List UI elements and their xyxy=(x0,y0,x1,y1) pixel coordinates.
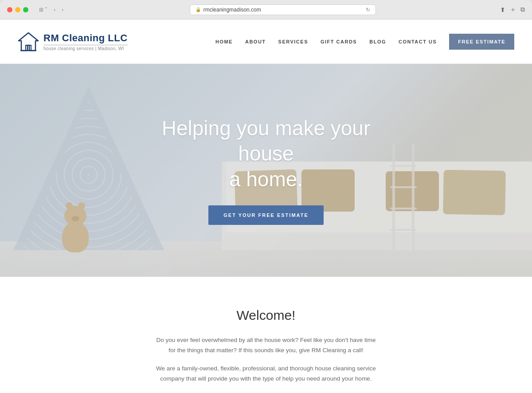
traffic-lights xyxy=(7,7,28,12)
hero-headline: Helping you make your house a home. xyxy=(142,116,390,193)
nav-gift-cards[interactable]: GIFT CARDS xyxy=(321,39,357,44)
welcome-para-2: We are a family-owned, flexible, profess… xyxy=(155,364,377,384)
lock-icon: 🔒 xyxy=(196,7,201,12)
logo-icon xyxy=(18,32,39,51)
new-tab-button[interactable]: ＋ xyxy=(510,6,516,14)
nav-services[interactable]: SERVICES xyxy=(278,39,308,44)
site-header: RM Cleaning LLC house cleaning services … xyxy=(0,20,532,64)
hero-headline-line1: Helping you make your house xyxy=(162,117,370,165)
forward-button[interactable]: › xyxy=(60,6,65,14)
share-button[interactable]: ⬆ xyxy=(500,6,505,13)
welcome-para-1: Do you ever feel overwhelmed by all the … xyxy=(155,335,377,356)
address-bar[interactable]: 🔒 rmcleaningmadison.com ↻ xyxy=(190,4,376,15)
nav-about[interactable]: ABOUT xyxy=(245,39,266,44)
svg-marker-0 xyxy=(19,33,38,51)
browser-window: ⊞ ˅ ‹ › 🔒 rmcleaningmadison.com ↻ ⬆ ＋ ⧉ xyxy=(0,0,532,393)
nav-blog[interactable]: BLOG xyxy=(369,39,386,44)
browser-titlebar: ⊞ ˅ ‹ › 🔒 rmcleaningmadison.com ↻ ⬆ ＋ ⧉ xyxy=(0,0,532,20)
minimize-button[interactable] xyxy=(15,7,20,12)
nav-contact[interactable]: CONTACT US xyxy=(399,39,437,44)
main-nav: HOME ABOUT SERVICES GIFT CARDS BLOG CONT… xyxy=(215,34,514,50)
refresh-icon[interactable]: ↻ xyxy=(366,7,370,13)
back-button[interactable]: ‹ xyxy=(52,6,57,14)
browser-actions: ⬆ ＋ ⧉ xyxy=(500,6,525,14)
tabs-button[interactable]: ⧉ xyxy=(520,6,525,13)
header-free-estimate-button[interactable]: FREE ESTIMATE xyxy=(449,34,514,50)
website-content: RM Cleaning LLC house cleaning services … xyxy=(0,20,532,393)
logo-subtitle: house cleaning services | Madison, WI xyxy=(43,45,128,51)
address-bar-container: 🔒 rmcleaningmadison.com ↻ xyxy=(70,4,495,15)
welcome-section: Welcome! Do you ever feel overwhelmed by… xyxy=(0,277,532,393)
logo-title: RM Cleaning LLC xyxy=(43,32,128,44)
hero-content: Helping you make your house a home. GET … xyxy=(142,116,390,225)
welcome-title: Welcome! xyxy=(18,308,514,323)
hero-cta-button[interactable]: GET YOUR FREE ESTIMATE xyxy=(208,205,324,225)
nav-home[interactable]: HOME xyxy=(215,39,233,44)
logo-link[interactable]: RM Cleaning LLC house cleaning services … xyxy=(18,32,128,51)
window-toggle-button[interactable]: ⊞ ˅ xyxy=(37,6,49,14)
hero-headline-line2: a home. xyxy=(229,168,303,191)
url-text: rmcleaningmadison.com xyxy=(203,7,261,13)
browser-controls: ⊞ ˅ ‹ › xyxy=(37,6,65,14)
maximize-button[interactable] xyxy=(23,7,28,12)
logo-text: RM Cleaning LLC house cleaning services … xyxy=(43,32,128,51)
hero-section: Helping you make your house a home. GET … xyxy=(0,64,532,277)
svg-rect-1 xyxy=(26,45,31,51)
close-button[interactable] xyxy=(7,7,12,12)
